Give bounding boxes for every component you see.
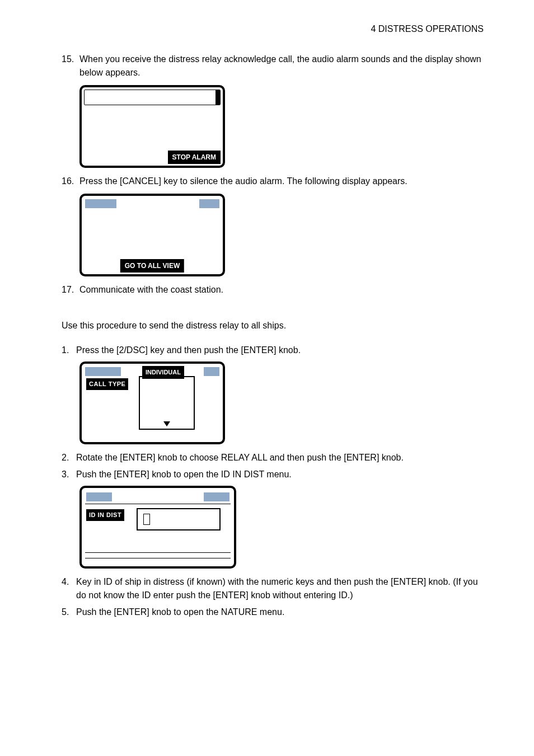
lcd4-divider-2 (85, 558, 231, 558)
lcd-display-3: INDIVIDUAL CALL TYPE (79, 361, 225, 444)
proc-step-2-num: 2. (62, 451, 76, 464)
proc-step-5-text: Push the [ENTER] knob to open the NATURE… (76, 605, 284, 619)
chevron-down-icon (163, 421, 170, 426)
lcd4-divider-top (85, 504, 231, 504)
lcd4-input-box (137, 508, 221, 530)
proc-step-5-num: 5. (62, 605, 76, 619)
proc-step-4-num: 4. (62, 575, 76, 602)
call-type-label: CALL TYPE (86, 378, 128, 390)
step-15-text: When you receive the distress relay ackn… (79, 53, 484, 79)
lcd-display-4: ID IN DIST (79, 486, 236, 569)
step-17-text: Communicate with the coast station. (79, 283, 484, 297)
proc-step-5: 5. Push the [ENTER] knob to open the NAT… (62, 605, 484, 619)
lcd-display-1: STOP ALARM (79, 85, 225, 168)
lcd4-blue-tr (204, 492, 229, 501)
lcd2-blue-tl (85, 199, 116, 208)
step-16-text: Press the [CANCEL] key to silence the au… (79, 175, 484, 188)
lcd2-blue-tr (199, 199, 219, 208)
proc-step-1-num: 1. (62, 344, 76, 357)
proc-step-2: 2. Rotate the [ENTER] knob to choose REL… (62, 451, 484, 464)
lcd1-topbar (84, 90, 221, 105)
step-15: 15. When you receive the distress relay … (62, 53, 484, 79)
lcd-display-2: GO TO ALL VIEW (79, 194, 225, 276)
lcd3-blue-tr (204, 367, 219, 376)
proc-step-3-text: Push the [ENTER] knob to open the ID IN … (76, 468, 292, 481)
step-16-num: 16. (62, 175, 79, 188)
lcd3-dropdown-box (139, 376, 195, 430)
lcd4-divider-1 (85, 552, 231, 553)
go-to-all-view-label: GO TO ALL VIEW (120, 259, 184, 273)
stop-alarm-label: STOP ALARM (168, 151, 221, 164)
lcd4-blue-tl (86, 492, 112, 501)
proc-step-2-text: Rotate the [ENTER] knob to choose RELAY … (76, 451, 404, 464)
proc-step-4-text: Key in ID of ship in distress (if known)… (76, 575, 484, 602)
proc-step-3-num: 3. (62, 468, 76, 481)
step-15-num: 15. (62, 53, 79, 79)
procedure-intro: Use this procedure to send the distress … (62, 319, 484, 332)
proc-step-4: 4. Key in ID of ship in distress (if kno… (62, 575, 484, 602)
proc-step-1-text: Press the [2/DSC] key and then push the … (76, 344, 301, 357)
lcd3-blue-tl (85, 367, 121, 376)
page-header: 4 DISTRESS OPERATIONS (62, 22, 484, 36)
text-cursor-icon (143, 514, 150, 525)
proc-step-1: 1. Press the [2/DSC] key and then push t… (62, 344, 484, 357)
proc-step-3: 3. Push the [ENTER] knob to open the ID … (62, 468, 484, 481)
step-17: 17. Communicate with the coast station. (62, 283, 484, 297)
id-in-dist-label: ID IN DIST (86, 509, 124, 521)
step-16: 16. Press the [CANCEL] key to silence th… (62, 175, 484, 188)
step-17-num: 17. (62, 283, 79, 297)
